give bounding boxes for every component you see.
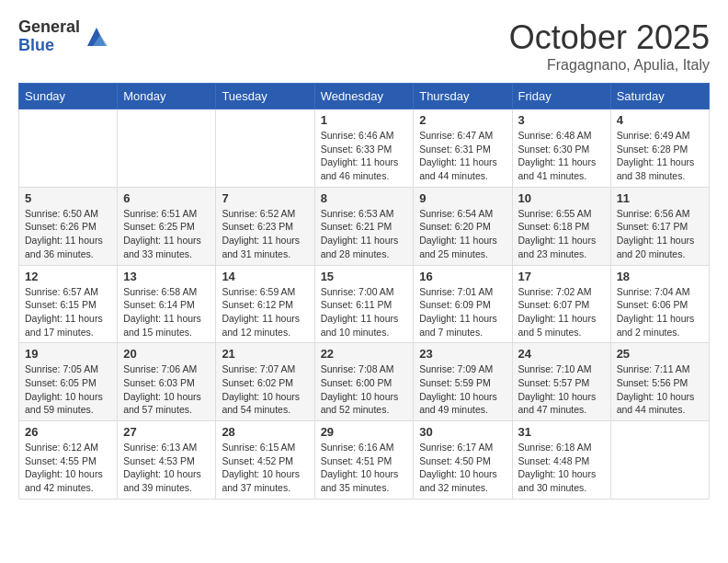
logo-blue: Blue xyxy=(18,37,80,55)
week-row-3: 19Sunrise: 7:05 AM Sunset: 6:05 PM Dayli… xyxy=(19,343,710,421)
day-number: 14 xyxy=(222,270,308,283)
calendar-cell: 16Sunrise: 7:01 AM Sunset: 6:09 PM Dayli… xyxy=(414,265,512,343)
day-info: Sunrise: 7:06 AM Sunset: 6:03 PM Dayligh… xyxy=(123,362,210,417)
page-header: General Blue October 2025 Fragagnano, Ap… xyxy=(18,18,710,74)
day-number: 10 xyxy=(518,191,605,205)
day-info: Sunrise: 6:51 AM Sunset: 6:25 PM Dayligh… xyxy=(123,207,210,261)
week-row-2: 12Sunrise: 6:57 AM Sunset: 6:15 PM Dayli… xyxy=(19,265,710,343)
weekday-header-wednesday: Wednesday xyxy=(314,84,414,109)
calendar-cell: 17Sunrise: 7:02 AM Sunset: 6:07 PM Dayli… xyxy=(512,265,610,343)
calendar-cell: 9Sunrise: 6:54 AM Sunset: 6:20 PM Daylig… xyxy=(414,187,512,265)
weekday-header-thursday: Thursday xyxy=(414,84,512,109)
day-info: Sunrise: 6:59 AM Sunset: 6:12 PM Dayligh… xyxy=(222,285,308,339)
calendar-cell: 24Sunrise: 7:10 AM Sunset: 5:57 PM Dayli… xyxy=(512,343,610,421)
calendar-cell xyxy=(118,109,216,188)
weekday-header-monday: Monday xyxy=(118,84,216,109)
calendar: SundayMondayTuesdayWednesdayThursdayFrid… xyxy=(18,83,710,500)
week-row-4: 26Sunrise: 6:12 AM Sunset: 4:55 PM Dayli… xyxy=(19,421,710,500)
calendar-cell: 15Sunrise: 7:00 AM Sunset: 6:11 PM Dayli… xyxy=(314,265,414,343)
day-info: Sunrise: 6:50 AM Sunset: 6:26 PM Dayligh… xyxy=(25,207,111,261)
day-number: 17 xyxy=(518,270,605,283)
day-number: 23 xyxy=(419,347,506,361)
calendar-cell: 21Sunrise: 7:07 AM Sunset: 6:02 PM Dayli… xyxy=(216,343,314,421)
day-number: 27 xyxy=(123,425,210,439)
weekday-header-friday: Friday xyxy=(512,84,610,109)
day-number: 19 xyxy=(25,347,111,361)
day-number: 29 xyxy=(321,425,408,439)
day-number: 26 xyxy=(25,425,111,439)
day-info: Sunrise: 7:01 AM Sunset: 6:09 PM Dayligh… xyxy=(419,285,506,339)
calendar-cell: 3Sunrise: 6:48 AM Sunset: 6:30 PM Daylig… xyxy=(512,109,610,188)
calendar-cell: 19Sunrise: 7:05 AM Sunset: 6:05 PM Dayli… xyxy=(19,343,118,421)
weekday-header-sunday: Sunday xyxy=(19,84,118,109)
logo-icon xyxy=(84,24,109,50)
calendar-cell: 1Sunrise: 6:46 AM Sunset: 6:33 PM Daylig… xyxy=(314,109,414,188)
day-number: 30 xyxy=(419,425,506,439)
day-info: Sunrise: 7:00 AM Sunset: 6:11 PM Dayligh… xyxy=(321,285,408,339)
location: Fragagnano, Apulia, Italy xyxy=(509,57,710,74)
title-block: October 2025 Fragagnano, Apulia, Italy xyxy=(509,18,710,74)
calendar-cell: 29Sunrise: 6:16 AM Sunset: 4:51 PM Dayli… xyxy=(314,421,414,500)
calendar-cell: 27Sunrise: 6:13 AM Sunset: 4:53 PM Dayli… xyxy=(118,421,216,500)
calendar-cell: 11Sunrise: 6:56 AM Sunset: 6:17 PM Dayli… xyxy=(610,187,709,265)
day-info: Sunrise: 6:16 AM Sunset: 4:51 PM Dayligh… xyxy=(321,441,408,495)
day-info: Sunrise: 6:54 AM Sunset: 6:20 PM Dayligh… xyxy=(419,207,506,261)
day-number: 16 xyxy=(419,270,506,283)
calendar-cell xyxy=(610,421,709,500)
calendar-cell: 20Sunrise: 7:06 AM Sunset: 6:03 PM Dayli… xyxy=(118,343,216,421)
day-number: 8 xyxy=(321,191,408,205)
day-number: 25 xyxy=(617,347,703,361)
calendar-cell: 8Sunrise: 6:53 AM Sunset: 6:21 PM Daylig… xyxy=(314,187,414,265)
day-info: Sunrise: 6:15 AM Sunset: 4:52 PM Dayligh… xyxy=(222,441,308,495)
day-info: Sunrise: 6:52 AM Sunset: 6:23 PM Dayligh… xyxy=(222,207,308,261)
day-number: 28 xyxy=(222,425,308,439)
day-info: Sunrise: 7:07 AM Sunset: 6:02 PM Dayligh… xyxy=(222,362,308,417)
day-number: 21 xyxy=(222,347,308,361)
day-number: 3 xyxy=(518,113,605,127)
day-info: Sunrise: 6:46 AM Sunset: 6:33 PM Dayligh… xyxy=(321,129,408,183)
calendar-cell: 13Sunrise: 6:58 AM Sunset: 6:14 PM Dayli… xyxy=(118,265,216,343)
calendar-cell: 12Sunrise: 6:57 AM Sunset: 6:15 PM Dayli… xyxy=(19,265,118,343)
day-info: Sunrise: 7:11 AM Sunset: 5:56 PM Dayligh… xyxy=(617,362,703,417)
day-info: Sunrise: 6:48 AM Sunset: 6:30 PM Dayligh… xyxy=(518,129,605,183)
day-info: Sunrise: 6:57 AM Sunset: 6:15 PM Dayligh… xyxy=(25,285,111,339)
day-info: Sunrise: 6:12 AM Sunset: 4:55 PM Dayligh… xyxy=(25,441,111,495)
day-info: Sunrise: 6:17 AM Sunset: 4:50 PM Dayligh… xyxy=(419,441,506,495)
calendar-cell: 23Sunrise: 7:09 AM Sunset: 5:59 PM Dayli… xyxy=(414,343,512,421)
day-info: Sunrise: 6:55 AM Sunset: 6:18 PM Dayligh… xyxy=(518,207,605,261)
calendar-cell: 26Sunrise: 6:12 AM Sunset: 4:55 PM Dayli… xyxy=(19,421,118,500)
calendar-cell: 28Sunrise: 6:15 AM Sunset: 4:52 PM Dayli… xyxy=(216,421,314,500)
week-row-0: 1Sunrise: 6:46 AM Sunset: 6:33 PM Daylig… xyxy=(19,109,710,188)
day-info: Sunrise: 7:08 AM Sunset: 6:00 PM Dayligh… xyxy=(321,362,408,417)
logo-text: General Blue xyxy=(18,18,80,55)
day-number: 11 xyxy=(617,191,703,205)
month-title: October 2025 xyxy=(509,18,710,57)
day-info: Sunrise: 6:53 AM Sunset: 6:21 PM Dayligh… xyxy=(321,207,408,261)
day-info: Sunrise: 6:56 AM Sunset: 6:17 PM Dayligh… xyxy=(617,207,703,261)
day-info: Sunrise: 7:09 AM Sunset: 5:59 PM Dayligh… xyxy=(419,362,506,417)
logo-general: General xyxy=(18,18,80,37)
day-number: 4 xyxy=(617,113,703,127)
calendar-cell: 7Sunrise: 6:52 AM Sunset: 6:23 PM Daylig… xyxy=(216,187,314,265)
day-info: Sunrise: 6:13 AM Sunset: 4:53 PM Dayligh… xyxy=(123,441,210,495)
calendar-cell: 6Sunrise: 6:51 AM Sunset: 6:25 PM Daylig… xyxy=(118,187,216,265)
day-number: 1 xyxy=(321,113,408,127)
logo: General Blue xyxy=(18,18,109,55)
weekday-header-saturday: Saturday xyxy=(610,84,709,109)
calendar-cell: 5Sunrise: 6:50 AM Sunset: 6:26 PM Daylig… xyxy=(19,187,118,265)
day-info: Sunrise: 6:47 AM Sunset: 6:31 PM Dayligh… xyxy=(419,129,506,183)
day-number: 18 xyxy=(617,270,703,283)
day-number: 15 xyxy=(321,270,408,283)
calendar-cell: 30Sunrise: 6:17 AM Sunset: 4:50 PM Dayli… xyxy=(414,421,512,500)
calendar-cell: 4Sunrise: 6:49 AM Sunset: 6:28 PM Daylig… xyxy=(610,109,709,188)
weekday-header-tuesday: Tuesday xyxy=(216,84,314,109)
calendar-cell: 22Sunrise: 7:08 AM Sunset: 6:00 PM Dayli… xyxy=(314,343,414,421)
day-number: 20 xyxy=(123,347,210,361)
day-info: Sunrise: 7:04 AM Sunset: 6:06 PM Dayligh… xyxy=(617,285,703,339)
day-number: 7 xyxy=(222,191,308,205)
day-number: 9 xyxy=(419,191,506,205)
day-info: Sunrise: 6:18 AM Sunset: 4:48 PM Dayligh… xyxy=(518,441,605,495)
day-number: 24 xyxy=(518,347,605,361)
calendar-cell: 14Sunrise: 6:59 AM Sunset: 6:12 PM Dayli… xyxy=(216,265,314,343)
day-info: Sunrise: 7:02 AM Sunset: 6:07 PM Dayligh… xyxy=(518,285,605,339)
